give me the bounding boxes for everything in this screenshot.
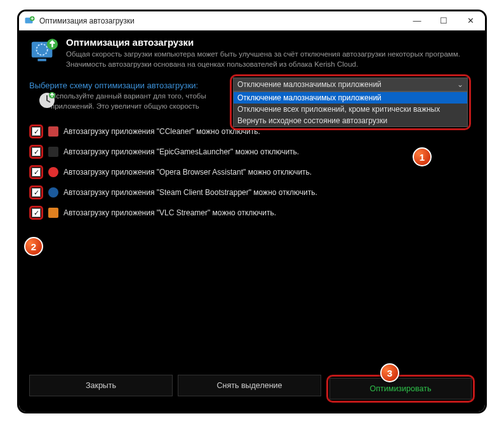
minimize-button[interactable]: — — [404, 12, 430, 30]
item-text: Автозагрузку приложения "EpicGamesLaunch… — [63, 147, 299, 156]
app-item-icon — [48, 126, 58, 137]
close-footer-button[interactable]: Закрыть — [29, 375, 173, 396]
header: Оптимизация автозагрузки Общая скорость … — [19, 30, 485, 74]
checkbox-highlight: ✓ — [29, 145, 43, 159]
checkbox-highlight: ✓ — [29, 165, 43, 179]
content-area: Оптимизация автозагрузки Общая скорость … — [19, 30, 485, 412]
checkbox[interactable]: ✓ — [32, 188, 41, 197]
optimize-button[interactable]: Оптимизировать — [329, 378, 472, 399]
checkbox[interactable]: ✓ — [32, 127, 41, 136]
checkbox[interactable]: ✓ — [32, 147, 41, 156]
header-description: Общая скорость загрузки компьютера может… — [66, 50, 475, 69]
checkbox-highlight: ✓ — [29, 124, 43, 138]
checkbox-highlight: ✓ — [29, 185, 43, 199]
application-window: Оптимизация автозагрузки — ☐ ✕ Оптимизац… — [17, 10, 487, 413]
maximize-button[interactable]: ☐ — [430, 12, 457, 30]
svg-rect-3 — [37, 59, 46, 62]
scheme-row: Выберите схему оптимизации автозагрузки:… — [19, 74, 485, 90]
item-text: Автозагрузку приложения "VLC Streamer" м… — [63, 208, 276, 217]
item-text: Автозагрузку приложения "Steam Client Bo… — [63, 188, 317, 197]
app-item-icon — [48, 208, 58, 218]
app-icon — [24, 15, 36, 27]
clock-icon — [38, 91, 56, 109]
deselect-button[interactable]: Снять выделение — [178, 375, 321, 396]
header-title: Оптимизация автозагрузки — [66, 37, 475, 48]
checkbox[interactable]: ✓ — [32, 168, 41, 177]
hint-row: Используйте данный вариант для того, что… — [19, 89, 485, 117]
checkbox-highlight: ✓ — [29, 206, 43, 220]
list-item: ✓ Автозагрузку приложения "VLC Streamer"… — [29, 203, 475, 223]
app-item-icon — [48, 187, 58, 198]
item-text: Автозагрузку приложения "Opera Browser A… — [63, 168, 312, 177]
window-title: Оптимизация автозагрузки — [39, 17, 404, 25]
footer: Закрыть Снять выделение Оптимизировать — [19, 368, 485, 412]
list-item: ✓ Автозагрузку приложения "Opera Browser… — [29, 162, 475, 182]
optimize-highlight: Оптимизировать — [326, 375, 475, 403]
hint-text: Используйте данный вариант для того, что… — [51, 91, 229, 111]
callout-badge-3: 3 — [380, 363, 399, 382]
list-item: ✓ Автозагрузку приложения "EpicGamesLaun… — [29, 142, 475, 162]
titlebar: Оптимизация автозагрузки — ☐ ✕ — [19, 11, 485, 30]
autostart-list: ✓ Автозагрузку приложения "CCleaner" мож… — [19, 121, 485, 223]
app-item-icon — [48, 167, 58, 177]
close-button[interactable]: ✕ — [457, 12, 484, 30]
dropdown-value: Отключение малозначимых приложений — [237, 80, 381, 89]
callout-badge-2: 2 — [24, 237, 43, 256]
list-item: ✓ Автозагрузку приложения "Steam Client … — [29, 182, 475, 203]
header-icon — [29, 37, 58, 66]
app-item-icon — [48, 147, 58, 157]
checkbox[interactable]: ✓ — [32, 208, 41, 217]
callout-badge-1: 1 — [413, 147, 432, 166]
